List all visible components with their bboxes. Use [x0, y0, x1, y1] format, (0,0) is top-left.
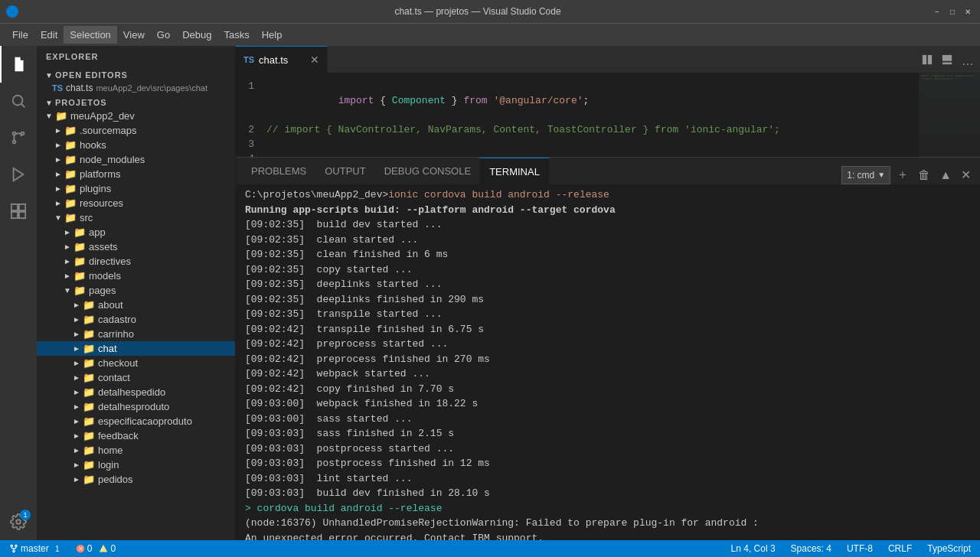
tab-chat-ts[interactable]: TS chat.ts ✕	[236, 46, 328, 73]
folder-plugins[interactable]: ► 📁 plugins	[37, 181, 235, 196]
folder-app[interactable]: ► 📁 app	[37, 225, 235, 239]
folder-login[interactable]: ► 📁 login	[37, 458, 235, 472]
folder-platforms[interactable]: ► 📁 platforms	[37, 167, 235, 181]
term-line-24: An unexpected error occurred. Contact IB…	[245, 531, 971, 541]
tab-debug-console[interactable]: DEBUG CONSOLE	[375, 158, 480, 184]
folder-pedidos[interactable]: ► 📁 pedidos	[37, 472, 235, 487]
minimize-button[interactable]: −	[931, 5, 943, 18]
folder-especificacaoproduto[interactable]: ► 📁 especificacaoproduto	[37, 414, 235, 428]
main-area: EXPLORER ▼ OPEN EDITORS TS chat.ts meuAp…	[0, 46, 980, 540]
kill-terminal-button[interactable]: 🗑	[915, 167, 933, 184]
tab-problems[interactable]: PROBLEMS	[242, 158, 315, 184]
folder-icon: 📁	[83, 328, 95, 340]
folder-icon: 📁	[83, 372, 95, 383]
term-line-22: > cordova build android --release	[245, 501, 971, 516]
open-editors-label: OPEN EDITORS	[55, 70, 128, 80]
close-panel-button[interactable]: ✕	[958, 166, 974, 184]
menu-tasks[interactable]: Tasks	[217, 26, 255, 44]
term-line-15: [09:03:00] webpack finished in 18.22 s	[245, 396, 971, 412]
folder-checkout[interactable]: ► 📁 checkout	[37, 356, 235, 370]
folder-resources[interactable]: ► 📁 resources	[37, 196, 235, 210]
statusbar: master 1 ✕ 0 0 Ln 4, Col 3 Spaces: 4 UTF…	[0, 540, 980, 557]
folder-icon: 📁	[74, 241, 86, 252]
git-branch-status[interactable]: master 1	[6, 542, 67, 555]
explorer-activity-icon[interactable]	[0, 46, 37, 83]
code-editor[interactable]: 1 import { Component } from '@angular/co…	[236, 73, 919, 157]
terminal-content[interactable]: C:\projetos\meuApp2_dev>ionic cordova bu…	[236, 184, 980, 540]
maximize-panel-button[interactable]: ▲	[936, 167, 955, 184]
add-terminal-button[interactable]: ＋	[893, 165, 912, 184]
menubar: File Edit Selection View Go Debug Tasks …	[0, 23, 980, 46]
folder-carrinho[interactable]: ► 📁 carrinho	[37, 327, 235, 341]
menu-debug[interactable]: Debug	[176, 26, 217, 44]
projetos-section[interactable]: ▼ PROJETOS	[37, 96, 235, 109]
folder-sourcemaps[interactable]: ► 📁 .sourcemaps	[37, 123, 235, 138]
folder-feedback[interactable]: ► 📁 feedback	[37, 428, 235, 443]
activitybar-bottom	[0, 503, 37, 540]
more-actions-button[interactable]: …	[959, 53, 977, 70]
close-button[interactable]: ✕	[962, 5, 974, 18]
folder-pages[interactable]: ▼ 📁 pages	[37, 283, 235, 298]
term-line-20: [09:03:03] lint started ...	[245, 471, 971, 487]
tab-terminal[interactable]: TERMINAL	[480, 158, 549, 184]
settings-activity-icon[interactable]	[0, 503, 37, 540]
debug-activity-icon[interactable]	[0, 156, 37, 193]
folder-directives[interactable]: ► 📁 directives	[37, 254, 235, 269]
tab-close-button[interactable]: ✕	[310, 54, 319, 66]
term-line-6: [09:02:35] copy started ...	[245, 262, 971, 278]
open-editor-chat[interactable]: TS chat.ts meuApp2_dev\src\pages\chat	[37, 81, 235, 95]
folder-about[interactable]: ► 📁 about	[37, 298, 235, 312]
folder-cadastro[interactable]: ► 📁 cadastro	[37, 312, 235, 327]
folder-detalhesproduto[interactable]: ► 📁 detalhesproduto	[37, 399, 235, 414]
folder-icon: 📁	[83, 314, 95, 325]
tab-output[interactable]: OUTPUT	[315, 158, 374, 184]
explorer-header: EXPLORER	[37, 46, 235, 67]
search-activity-icon[interactable]	[0, 83, 37, 119]
open-editors-section[interactable]: ▼ OPEN EDITORS	[37, 69, 235, 81]
terminal-session-selector[interactable]: 1: cmd ▼	[841, 166, 890, 184]
folder-contact[interactable]: ► 📁 contact	[37, 370, 235, 385]
folder-meuapp2dev[interactable]: ▼ 📁 meuApp2_dev	[37, 109, 235, 123]
term-line-4: [09:02:35] clean started ...	[245, 233, 971, 248]
error-icon: ✕	[76, 544, 85, 553]
menu-view[interactable]: View	[117, 26, 151, 44]
folder-node-modules[interactable]: ► 📁 node_modules	[37, 152, 235, 167]
folder-icon: 📁	[74, 226, 86, 238]
folder-icon: 📁	[83, 474, 95, 485]
folder-assets[interactable]: ► 📁 assets	[37, 239, 235, 254]
code-minimap-wrapper: 1 import { Component } from '@angular/co…	[236, 73, 980, 157]
menu-help[interactable]: Help	[256, 26, 289, 44]
line-ending-status[interactable]: CRLF	[885, 543, 915, 554]
projetos-arrow: ▼	[43, 99, 55, 107]
warning-count: 0	[110, 543, 116, 554]
toggle-panel-button[interactable]	[939, 53, 956, 70]
svg-rect-11	[923, 55, 926, 64]
folder-models[interactable]: ► 📁 models	[37, 269, 235, 283]
menu-go[interactable]: Go	[151, 26, 176, 44]
language-status[interactable]: TypeScript	[924, 543, 974, 554]
split-editor-button[interactable]	[919, 53, 936, 70]
source-control-activity-icon[interactable]	[0, 119, 37, 156]
extensions-activity-icon[interactable]	[0, 193, 37, 230]
folder-icon: 📁	[64, 168, 77, 180]
minimap: import {Component} from '@angular/core';…	[919, 73, 980, 157]
minimap-content: import {Component} from '@angular/core';…	[920, 73, 980, 157]
svg-point-2	[13, 132, 16, 135]
folder-chat[interactable]: ► 📁 chat	[37, 341, 235, 356]
folder-hooks[interactable]: ► 📁 hooks	[37, 138, 235, 152]
folder-icon: 📁	[83, 415, 95, 427]
folder-home[interactable]: ► 📁 home	[37, 443, 235, 458]
errors-status[interactable]: ✕ 0 0	[73, 543, 119, 554]
menu-edit[interactable]: Edit	[34, 26, 64, 44]
term-line-13: [09:02:42] webpack started ...	[245, 366, 971, 382]
maximize-button[interactable]: □	[946, 5, 959, 18]
menu-file[interactable]: File	[6, 26, 34, 44]
svg-rect-14	[942, 63, 952, 65]
menu-selection[interactable]: Selection	[64, 26, 116, 44]
cursor-position-status[interactable]: Ln 4, Col 3	[728, 543, 779, 554]
projetos-label: PROJETOS	[55, 98, 107, 107]
folder-src[interactable]: ▼ 📁 src	[37, 210, 235, 225]
spaces-status[interactable]: Spaces: 4	[788, 543, 835, 554]
encoding-status[interactable]: UTF-8	[844, 543, 876, 554]
folder-detalhespedido[interactable]: ► 📁 detalhespedido	[37, 385, 235, 399]
